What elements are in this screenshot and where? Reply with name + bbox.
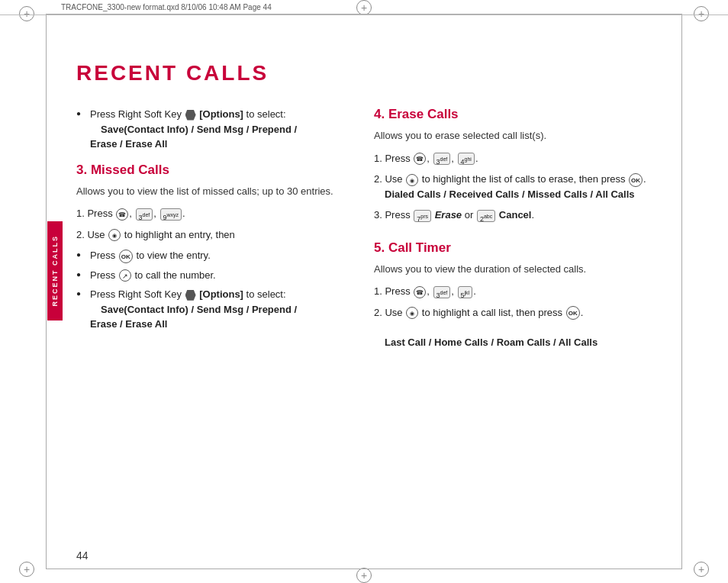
key-2abc-s4: 2abc bbox=[477, 210, 495, 222]
section3-heading: 3. Missed Calls bbox=[76, 163, 351, 178]
reg-mark-bottom-center bbox=[356, 568, 372, 583]
section4-heading: 4. Erase Calls bbox=[374, 107, 664, 122]
sidebar-block: RECENT CALLS bbox=[47, 221, 63, 320]
section4-call-types: Dialed Calls / Received Calls / Missed C… bbox=[374, 188, 635, 200]
section5-description: Allows you to view the duration of selec… bbox=[374, 262, 664, 277]
header-text: TRACFONE_3300-new format.qxd 8/10/06 10:… bbox=[61, 3, 272, 11]
page-title: RECENT CALLS bbox=[76, 61, 269, 85]
ok-icon-s3: OK bbox=[119, 250, 133, 263]
nav-icon-s5: ◉ bbox=[406, 307, 418, 319]
page-border-left bbox=[46, 14, 47, 569]
softkey-icon-1 bbox=[185, 110, 196, 121]
section3-step1: 1. Press ☎, 3def, 9wxyz. bbox=[76, 206, 351, 221]
key-5jkl-s5: 5jkl bbox=[458, 286, 473, 298]
bullet-options-text: Press Right Soft Key [Options] to select… bbox=[90, 108, 286, 120]
right-column: 4. Erase Calls Allows you to erase selec… bbox=[374, 107, 664, 356]
section3-bullets: Press OK to view the entry. Press ↗ to c… bbox=[76, 248, 351, 332]
page-number: 44 bbox=[76, 549, 89, 562]
section3-options-list: Save(Contact Info) / Send Msg / Prepend … bbox=[90, 304, 297, 330]
section3-bullet-options: Press Right Soft Key [Options] to select… bbox=[76, 287, 351, 332]
section5-call-types: Last Call / Home Calls / Roam Calls / Al… bbox=[374, 337, 598, 348]
section3-step2: 2. Use ◉ to highlight an entry, then bbox=[76, 227, 351, 243]
section4-description: Allows you to erase selected call list(s… bbox=[374, 128, 664, 143]
section4-step1: 1. Press ☎, 3def, 4ghi. bbox=[374, 151, 664, 166]
options-label-1: [Options] bbox=[199, 108, 243, 120]
softkey-icon-s3 bbox=[185, 290, 196, 301]
ok-icon-s4: OK bbox=[629, 173, 643, 187]
erase-label: Erase bbox=[435, 209, 462, 221]
page-border-bottom bbox=[46, 569, 682, 569]
intro-bullets: Press Right Soft Key [Options] to select… bbox=[76, 107, 351, 152]
reg-mark-bottom-left bbox=[19, 562, 34, 577]
section4-step3: 3. Press 7prs Erase or 2abc Cancel. bbox=[374, 208, 664, 223]
page-border-right bbox=[681, 14, 682, 569]
section3-description: Allows you to view the list of missed ca… bbox=[76, 184, 351, 199]
send-icon-s3: ↗ bbox=[119, 269, 131, 282]
key-3def-s5: 3def bbox=[433, 286, 451, 298]
sidebar-label: RECENT CALLS bbox=[51, 235, 59, 307]
left-column: Press Right Soft Key [Options] to select… bbox=[76, 107, 351, 343]
phone-icon-s4: ☎ bbox=[414, 153, 426, 165]
section5-heading: 5. Call Timer bbox=[374, 240, 664, 256]
key-4ghi-s4: 4ghi bbox=[458, 153, 475, 165]
nav-icon-s3-2: ◉ bbox=[108, 229, 121, 241]
reg-mark-bottom-right bbox=[694, 562, 709, 577]
section5-step1: 1. Press ☎, 3def, 5jkl. bbox=[374, 284, 664, 299]
nav-icon-s4: ◉ bbox=[406, 174, 418, 186]
section4-step2: 2. Use ◉ to highlight the list of calls … bbox=[374, 172, 664, 201]
cancel-label: Cancel bbox=[499, 209, 532, 221]
key-9wxyz-s3: 9wxyz bbox=[160, 208, 182, 221]
options-label-s3: [Options] bbox=[199, 288, 243, 300]
ok-icon-s5: OK bbox=[566, 306, 580, 320]
key-3def-s4: 3def bbox=[433, 153, 451, 165]
key-3def-s3: 3def bbox=[136, 208, 153, 221]
section3-bullet-ok: Press OK to view the entry. bbox=[76, 248, 351, 263]
bullet-options: Press Right Soft Key [Options] to select… bbox=[76, 107, 351, 152]
phone-icon-s3: ☎ bbox=[116, 208, 128, 221]
options-choices-1: Save(Contact Info) / Send Msg / Prepend … bbox=[90, 124, 297, 150]
section3-bullet-send: Press ↗ to call the number. bbox=[76, 268, 351, 283]
section5-step2: 2. Use ◉ to highlight a call list, then … bbox=[374, 305, 664, 350]
header-bar: TRACFONE_3300-new format.qxd 8/10/06 10:… bbox=[0, 0, 728, 15]
key-7prs-s4: 7prs bbox=[414, 210, 431, 222]
phone-icon-s5: ☎ bbox=[414, 286, 426, 298]
